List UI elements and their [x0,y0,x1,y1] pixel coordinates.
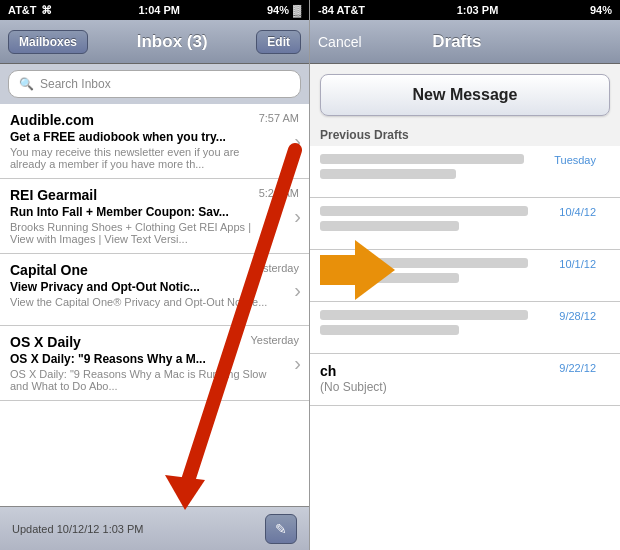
email-preview: You may receive this newsletter even if … [10,146,270,170]
draft-date: 10/4/12 [559,206,596,218]
email-list: Audible.com 7:57 AM Get a FREE audiobook… [0,104,309,506]
right-status-bar: -84 AT&T 1:03 PM 94% [310,0,620,20]
draft-line [320,273,459,283]
draft-header: 10/4/12 [320,206,596,236]
left-nav-bar: Mailboxes Inbox (3) Edit [0,20,309,64]
draft-info: ch (No Subject) [320,362,551,394]
time-label: 1:04 PM [138,4,180,16]
draft-line [320,258,528,268]
draft-line [320,310,528,320]
email-header: REI Gearmail 5:26 AM [10,187,299,203]
mailboxes-back-button[interactable]: Mailboxes [8,30,88,54]
search-icon: 🔍 [19,77,34,91]
left-bottom-bar: Updated 10/12/12 1:03 PM ✎ [0,506,309,550]
draft-item-ch[interactable]: ch (No Subject) 9/22/12 [310,354,620,406]
right-nav-bar: Cancel Drafts [310,20,620,64]
status-bar-right: 94% ▓ [267,4,301,16]
drafts-list: Tuesday 10/4/12 10/1/12 [310,146,620,550]
draft-date: 9/28/12 [559,310,596,322]
email-subject: View Privacy and Opt-Out Notic... [10,280,270,294]
email-preview: OS X Daily: "9 Reasons Why a Mac is Runn… [10,368,270,392]
email-time: Yesterday [250,262,299,274]
draft-header: ch (No Subject) 9/22/12 [320,362,596,394]
email-sender: REI Gearmail [10,187,97,203]
compose-button[interactable]: ✎ [265,514,297,544]
draft-item-sep28[interactable]: 9/28/12 [310,302,620,354]
previous-drafts-header: Previous Drafts [310,124,620,146]
draft-header: Tuesday [320,154,596,184]
email-subject: Get a FREE audiobook when you try... [10,130,270,144]
draft-lines [320,206,551,236]
email-item-audible[interactable]: Audible.com 7:57 AM Get a FREE audiobook… [0,104,309,179]
email-header: Capital One Yesterday [10,262,299,278]
right-carrier-label: -84 AT&T [318,4,365,16]
draft-line [320,169,456,179]
email-preview: View the Capital One® Privacy and Opt-Ou… [10,296,270,308]
email-subject: Run Into Fall + Member Coupon: Sav... [10,205,270,219]
wifi-icon: ⌘ [41,4,52,17]
draft-lines [320,258,551,288]
draft-item-oct1[interactable]: 10/1/12 [310,250,620,302]
draft-subject: (No Subject) [320,380,551,394]
drafts-title: Drafts [362,32,552,52]
draft-date: Tuesday [554,154,596,166]
email-time: Yesterday [250,334,299,346]
email-item-capital-one[interactable]: Capital One Yesterday View Privacy and O… [0,254,309,326]
edit-button[interactable]: Edit [256,30,301,54]
email-item-rei[interactable]: REI Gearmail 5:26 AM Run Into Fall + Mem… [0,179,309,254]
draft-line [320,325,459,335]
draft-item-tuesday[interactable]: Tuesday [310,146,620,198]
search-placeholder: Search Inbox [40,77,111,91]
right-time-label: 1:03 PM [457,4,499,16]
draft-line [320,221,459,231]
inbox-title: Inbox (3) [137,32,208,52]
draft-lines [320,154,546,184]
draft-date: 10/1/12 [559,258,596,270]
battery-icon: ▓ [293,4,301,16]
draft-date: 9/22/12 [559,362,596,374]
draft-line [320,206,528,216]
battery-label: 94% [267,4,289,16]
email-item-osx[interactable]: OS X Daily Yesterday OS X Daily: "9 Reas… [0,326,309,401]
compose-icon: ✎ [275,521,287,537]
draft-line [320,154,524,164]
email-subject: OS X Daily: "9 Reasons Why a M... [10,352,270,366]
email-preview: Brooks Running Shoes + Clothing Get REI … [10,221,270,245]
left-status-bar: AT&T ⌘ 1:04 PM 94% ▓ [0,0,309,20]
search-input[interactable]: 🔍 Search Inbox [8,70,301,98]
email-time: 5:26 AM [259,187,299,199]
draft-header: 9/28/12 [320,310,596,340]
status-bar-left: AT&T ⌘ [8,4,52,17]
cancel-button[interactable]: Cancel [318,34,362,50]
email-header: Audible.com 7:57 AM [10,112,299,128]
draft-sender: ch [320,363,336,379]
carrier-label: AT&T [8,4,37,16]
draft-lines [320,310,551,340]
email-sender: Capital One [10,262,88,278]
email-sender: Audible.com [10,112,94,128]
left-panel: AT&T ⌘ 1:04 PM 94% ▓ Mailboxes Inbox (3)… [0,0,310,550]
right-panel: -84 AT&T 1:03 PM 94% Cancel Drafts New M… [310,0,620,550]
email-time: 7:57 AM [259,112,299,124]
updated-text: Updated 10/12/12 1:03 PM [12,523,143,535]
search-bar-container: 🔍 Search Inbox [0,64,309,104]
draft-item-oct4[interactable]: 10/4/12 [310,198,620,250]
new-message-container: New Message [310,64,620,124]
right-battery-label: 94% [590,4,612,16]
email-header: OS X Daily Yesterday [10,334,299,350]
new-message-button[interactable]: New Message [320,74,610,116]
email-sender: OS X Daily [10,334,81,350]
draft-header: 10/1/12 [320,258,596,288]
